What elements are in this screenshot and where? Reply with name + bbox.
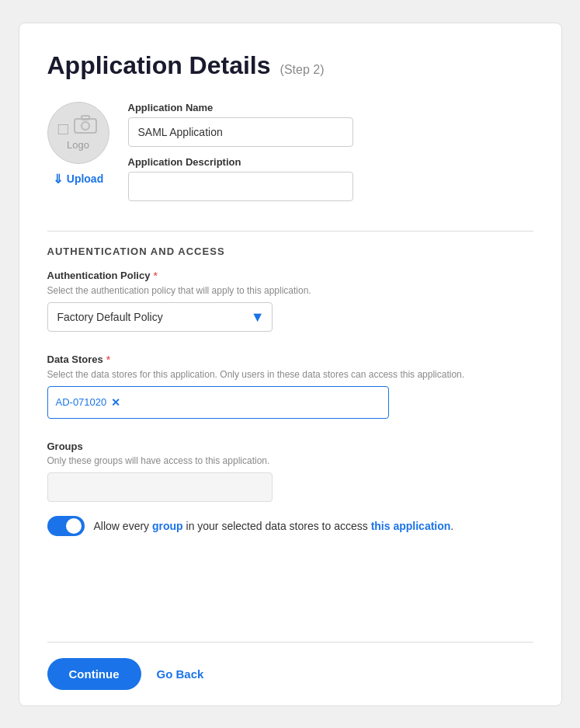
svg-point-1 bbox=[82, 122, 89, 130]
logo-label: Logo bbox=[67, 139, 89, 151]
page-title-row: Application Details (Step 2) bbox=[47, 51, 533, 80]
data-store-tag: AD-071020 ✕ bbox=[56, 396, 121, 408]
logo-upload-row: □ Logo ⇓ Upload Application Name bbox=[47, 102, 533, 201]
logo-circle: □ Logo bbox=[47, 102, 109, 164]
tag-label: AD-071020 bbox=[56, 396, 107, 408]
app-desc-input[interactable] bbox=[128, 172, 353, 201]
toggle-description: Allow every group in your selected data … bbox=[94, 520, 454, 532]
svg-rect-2 bbox=[82, 116, 89, 120]
data-stores-label: Data Stores bbox=[47, 354, 103, 365]
goback-button[interactable]: Go Back bbox=[157, 667, 204, 681]
groups-label: Groups bbox=[47, 441, 83, 452]
auth-section-title: AUTHENTICATION AND ACCESS bbox=[47, 246, 533, 257]
auth-policy-dropdown-wrapper: Factory Default Policy ▼ bbox=[47, 302, 273, 332]
auth-policy-select[interactable]: Factory Default Policy bbox=[47, 302, 273, 332]
toggle-slider bbox=[47, 516, 85, 536]
auth-policy-sublabel: Select the authentication policy that wi… bbox=[47, 285, 533, 296]
groups-section: Groups Only these groups will have acces… bbox=[47, 441, 533, 502]
section-divider bbox=[47, 231, 533, 232]
auth-policy-required: * bbox=[153, 270, 157, 282]
data-stores-label-row: Data Stores * bbox=[47, 354, 533, 366]
toggle-highlight-app: this application bbox=[371, 520, 451, 532]
groups-sublabel: Only these groups will have access to th… bbox=[47, 455, 533, 466]
upload-button[interactable]: ⇓ Upload bbox=[53, 172, 103, 186]
auth-policy-label-row: Authentication Policy * bbox=[47, 270, 533, 282]
data-stores-tag-input[interactable]: AD-071020 ✕ bbox=[47, 386, 389, 419]
app-desc-label: Application Description bbox=[128, 156, 533, 168]
toggle-highlight-group: group bbox=[152, 520, 183, 532]
app-name-label: Application Name bbox=[128, 102, 533, 113]
allow-all-groups-toggle[interactable] bbox=[47, 516, 85, 536]
data-stores-sublabel: Select the data stores for this applicat… bbox=[47, 369, 533, 380]
app-name-group: Application Name bbox=[128, 102, 533, 147]
toggle-row: Allow every group in your selected data … bbox=[47, 516, 533, 536]
upload-label: Upload bbox=[67, 172, 103, 185]
tag-remove-button[interactable]: ✕ bbox=[111, 397, 120, 408]
data-stores-required: * bbox=[106, 354, 110, 366]
footer: Continue Go Back bbox=[47, 642, 533, 705]
app-name-input[interactable] bbox=[128, 117, 353, 147]
data-stores-section: Data Stores * Select the data stores for… bbox=[47, 354, 533, 419]
app-fields: Application Name Application Description bbox=[128, 102, 533, 201]
logo-area: □ Logo ⇓ Upload bbox=[47, 102, 109, 186]
page-title: Application Details bbox=[47, 51, 271, 80]
upload-icon: ⇓ bbox=[53, 172, 63, 186]
groups-input[interactable] bbox=[47, 472, 273, 502]
app-desc-group: Application Description bbox=[128, 156, 533, 201]
application-details-card: Application Details (Step 2) □ Logo ⇓ Up… bbox=[19, 23, 562, 706]
step-label: (Step 2) bbox=[280, 63, 325, 77]
camera-icon: □ bbox=[58, 114, 98, 138]
groups-label-row: Groups bbox=[47, 441, 533, 452]
auth-policy-section: Authentication Policy * Select the authe… bbox=[47, 270, 533, 332]
continue-button[interactable]: Continue bbox=[47, 658, 141, 690]
svg-rect-0 bbox=[75, 119, 96, 133]
camera-svg bbox=[73, 114, 98, 134]
auth-policy-label: Authentication Policy bbox=[47, 270, 151, 281]
